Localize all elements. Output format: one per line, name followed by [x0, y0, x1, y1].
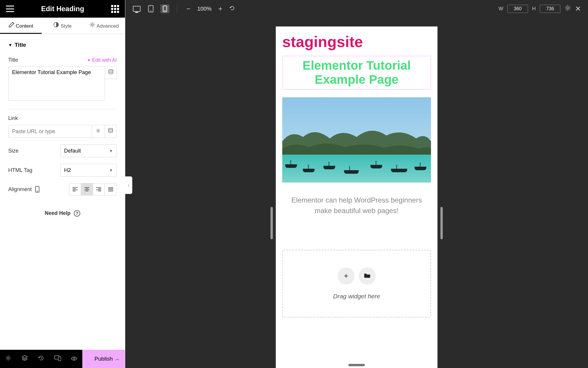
htmltag-row: HTML Tag H2 ▼ — [8, 157, 117, 177]
svg-rect-10 — [86, 188, 88, 189]
svg-rect-11 — [84, 190, 89, 190]
svg-point-3 — [97, 130, 99, 131]
align-left-button[interactable] — [69, 183, 81, 195]
preview-frame: stagingsite Elementor Tutorial Example P… — [276, 26, 437, 368]
section-toggle-title[interactable]: ▼ Title — [8, 34, 117, 52]
need-help-link[interactable]: Need Help ? — [8, 195, 117, 231]
chevron-down-icon: ▼ — [109, 149, 113, 153]
zoom-out-button[interactable]: − — [185, 5, 192, 13]
svg-point-24 — [73, 358, 75, 359]
device-tablet-button[interactable] — [146, 4, 155, 13]
link-options-button[interactable] — [92, 125, 104, 138]
alignment-label: Alignment — [8, 186, 39, 193]
history-button[interactable] — [33, 350, 49, 368]
width-input[interactable] — [507, 5, 528, 13]
preview-button[interactable] — [66, 350, 82, 368]
undo-icon — [229, 5, 235, 12]
device-desktop-button[interactable] — [132, 4, 141, 13]
chevron-down-icon: ▼ — [109, 168, 113, 173]
drop-zone-buttons: + — [289, 267, 425, 285]
align-right-icon — [96, 187, 101, 191]
width-label: W — [499, 6, 503, 12]
title-textarea[interactable] — [8, 66, 105, 101]
history-icon — [38, 355, 44, 363]
align-center-button[interactable] — [81, 183, 93, 195]
align-left-icon — [73, 187, 78, 191]
edit-with-ai-button[interactable]: ✦ Edit with AI — [87, 57, 117, 63]
tab-style[interactable]: Style — [42, 18, 83, 34]
drop-zone[interactable]: + Drag widget here — [282, 250, 431, 317]
settings-button[interactable] — [564, 5, 571, 13]
size-select[interactable]: Default ▼ — [60, 144, 117, 157]
gear-icon — [89, 22, 95, 28]
chevron-up-icon[interactable]: ︿ — [115, 356, 120, 362]
topbar-left: − 100% + — [132, 4, 235, 13]
menu-icon[interactable] — [6, 6, 14, 12]
tab-advanced[interactable]: Advanced — [83, 18, 125, 34]
add-widget-button[interactable]: + — [338, 267, 355, 285]
add-template-button[interactable] — [359, 267, 376, 285]
image-widget[interactable] — [282, 97, 431, 183]
topbar-right: W H ✕ — [499, 5, 581, 13]
svg-rect-17 — [108, 187, 113, 188]
reset-zoom-button[interactable] — [229, 5, 235, 13]
edit-ai-label: Edit with AI — [92, 57, 117, 63]
svg-rect-18 — [108, 188, 113, 189]
align-justify-button[interactable] — [105, 183, 116, 195]
height-label: H — [532, 6, 536, 12]
pencil-icon — [9, 22, 14, 28]
widgets-grid-icon[interactable] — [111, 5, 119, 13]
heading-text: Elementor Tutorial Example Page — [285, 58, 428, 87]
htmltag-value: H2 — [64, 167, 71, 173]
publish-button[interactable]: Publish ︿ — [82, 350, 125, 368]
scroll-indicator-right[interactable] — [440, 207, 443, 239]
folder-icon — [364, 271, 370, 280]
link-dynamic-button[interactable] — [104, 125, 117, 138]
size-label: Size — [8, 148, 19, 154]
link-input[interactable] — [8, 125, 92, 138]
height-input[interactable] — [540, 5, 560, 13]
text-widget[interactable]: Elementor can help WordPress beginners m… — [282, 195, 431, 216]
caret-down-icon: ▼ — [8, 43, 12, 47]
title-label: Title — [8, 57, 18, 63]
align-center-icon — [84, 187, 89, 191]
tab-style-label: Style — [61, 23, 72, 29]
style-icon — [53, 22, 59, 28]
tab-content[interactable]: Content — [0, 18, 42, 34]
htmltag-label: HTML Tag — [8, 167, 32, 173]
minus-icon: − — [186, 5, 191, 13]
close-icon: ✕ — [575, 5, 581, 13]
tab-content-label: Content — [16, 23, 33, 29]
heading-widget[interactable]: Elementor Tutorial Example Page — [282, 56, 431, 90]
editor-main: − 100% + W H ✕ — [125, 0, 588, 368]
settings-button[interactable] — [0, 350, 16, 368]
svg-rect-15 — [96, 190, 101, 190]
layers-icon — [21, 355, 28, 363]
mobile-icon — [163, 6, 167, 12]
close-button[interactable]: ✕ — [575, 5, 581, 13]
topbar: − 100% + W H ✕ — [125, 0, 588, 18]
align-right-button[interactable] — [93, 183, 105, 195]
svg-rect-6 — [73, 188, 76, 189]
zoom-in-button[interactable]: + — [217, 5, 224, 13]
resize-handle[interactable] — [348, 364, 365, 366]
navigator-button[interactable] — [16, 350, 33, 368]
htmltag-select[interactable]: H2 ▼ — [60, 164, 117, 177]
title-field-header: Title ✦ Edit with AI — [8, 52, 117, 66]
responsive-device-icon[interactable] — [35, 186, 39, 193]
editor-sidebar: Edit Heading Content Style Advanced — [0, 0, 125, 368]
dynamic-tags-button[interactable] — [105, 66, 117, 79]
gear-icon — [564, 5, 571, 11]
svg-rect-12 — [86, 191, 88, 191]
size-row: Size Default ▼ — [8, 138, 117, 157]
svg-rect-13 — [96, 187, 101, 188]
link-input-group — [8, 125, 117, 138]
scroll-indicator-left[interactable] — [270, 207, 273, 239]
help-icon: ? — [74, 210, 80, 217]
svg-rect-7 — [73, 190, 78, 190]
responsive-button[interactable] — [49, 350, 66, 368]
device-mobile-button[interactable] — [161, 4, 169, 13]
plus-icon: + — [344, 271, 348, 280]
title-input-group — [8, 66, 117, 102]
tablet-icon — [148, 5, 153, 12]
